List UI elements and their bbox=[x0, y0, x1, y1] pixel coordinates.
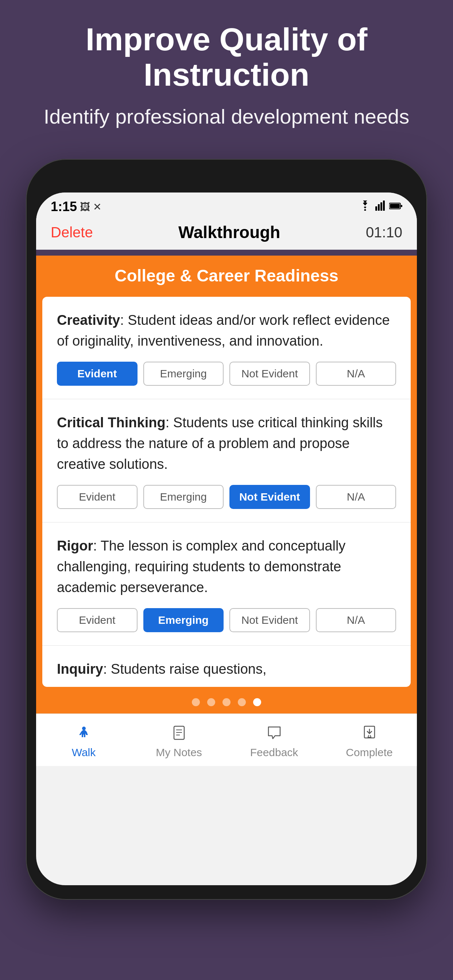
rigor-rating-buttons: Evident Emerging Not Evident N/A bbox=[57, 608, 396, 632]
svg-rect-1 bbox=[375, 206, 377, 211]
signal-icon bbox=[375, 200, 386, 213]
card-inquiry: Inquiry: Students raise questions, bbox=[42, 646, 411, 687]
pagination-dots bbox=[36, 688, 417, 713]
svg-rect-4 bbox=[383, 200, 385, 211]
dot-4 bbox=[238, 698, 246, 706]
svg-point-8 bbox=[82, 727, 86, 730]
critical-thinking-btn-emerging[interactable]: Emerging bbox=[144, 485, 224, 509]
rigor-btn-na[interactable]: N/A bbox=[316, 608, 396, 632]
status-time: 1:15 bbox=[51, 199, 77, 215]
card-critical-thinking-label: Critical Thinking bbox=[57, 415, 166, 430]
creativity-btn-na[interactable]: N/A bbox=[316, 362, 396, 386]
card-creativity-text: Creativity: Student ideas and/or work re… bbox=[57, 310, 396, 352]
creativity-btn-not-evident[interactable]: Not Evident bbox=[230, 362, 310, 386]
svg-rect-6 bbox=[390, 204, 400, 208]
card-critical-thinking: Critical Thinking: Students use critical… bbox=[42, 399, 411, 522]
rigor-btn-evident[interactable]: Evident bbox=[57, 608, 137, 632]
svg-rect-2 bbox=[378, 204, 380, 211]
feedback-icon bbox=[266, 725, 282, 743]
tab-feedback[interactable]: Feedback bbox=[226, 721, 322, 762]
battery-icon bbox=[389, 201, 402, 213]
status-left: 1:15 🖼 ✕ bbox=[51, 199, 101, 215]
nav-bar: Delete Walkthrough 01:10 bbox=[36, 218, 417, 250]
phone-notch bbox=[190, 169, 263, 182]
card-inquiry-text: Inquiry: Students raise questions, bbox=[57, 659, 396, 679]
svg-point-0 bbox=[364, 209, 366, 211]
card-inquiry-label: Inquiry bbox=[57, 661, 103, 677]
status-bar: 1:15 🖼 ✕ bbox=[36, 192, 417, 218]
svg-rect-7 bbox=[401, 205, 402, 207]
creativity-rating-buttons: Evident Emerging Not Evident N/A bbox=[57, 362, 396, 386]
card-rigor-text: Rigor: The lesson is complex and concept… bbox=[57, 536, 396, 598]
tab-complete[interactable]: Complete bbox=[322, 721, 417, 762]
tab-feedback-label: Feedback bbox=[250, 746, 298, 759]
phone-screen: 1:15 🖼 ✕ Delete Walkthrough 01:10 bbox=[36, 192, 417, 885]
critical-thinking-rating-buttons: Evident Emerging Not Evident N/A bbox=[57, 485, 396, 509]
tab-complete-label: Complete bbox=[346, 746, 392, 759]
header-title: Improve Quality of Instruction bbox=[29, 22, 424, 92]
header-subtitle: Identify professional development needs bbox=[29, 103, 424, 130]
phone-notch-bar bbox=[36, 169, 417, 191]
svg-rect-3 bbox=[380, 202, 382, 211]
cards-container: Creativity: Student ideas and/or work re… bbox=[41, 296, 412, 688]
my-notes-icon bbox=[171, 725, 187, 743]
nav-timer: 01:10 bbox=[366, 224, 402, 240]
critical-thinking-btn-not-evident[interactable]: Not Evident bbox=[230, 485, 310, 509]
phone-frame: 1:15 🖼 ✕ Delete Walkthrough 01:10 bbox=[26, 159, 427, 900]
nav-title: Walkthrough bbox=[179, 223, 280, 242]
dot-3 bbox=[222, 698, 231, 706]
header-section: Improve Quality of Instruction Identify … bbox=[0, 0, 453, 148]
dot-1 bbox=[192, 698, 200, 706]
creativity-btn-evident[interactable]: Evident bbox=[57, 362, 137, 386]
status-right bbox=[359, 200, 402, 213]
card-rigor-label: Rigor bbox=[57, 538, 93, 554]
walk-icon bbox=[76, 725, 92, 743]
section-header: College & Career Readiness bbox=[36, 256, 417, 296]
content-area: College & Career Readiness Creativity: S… bbox=[36, 256, 417, 713]
tab-walk-label: Walk bbox=[72, 746, 96, 759]
image-icon: 🖼 bbox=[80, 201, 90, 213]
critical-thinking-btn-na[interactable]: N/A bbox=[316, 485, 396, 509]
card-critical-thinking-text: Critical Thinking: Students use critical… bbox=[57, 412, 396, 475]
card-rigor: Rigor: The lesson is complex and concept… bbox=[42, 522, 411, 646]
dot-2 bbox=[207, 698, 215, 706]
tab-walk[interactable]: Walk bbox=[36, 721, 131, 762]
section-title: College & Career Readiness bbox=[51, 266, 402, 285]
dot-5-active bbox=[253, 698, 261, 706]
complete-icon bbox=[362, 725, 378, 743]
tab-bar: Walk My Notes bbox=[36, 713, 417, 766]
rigor-btn-not-evident[interactable]: Not Evident bbox=[230, 608, 310, 632]
x-icon: ✕ bbox=[93, 201, 101, 213]
tab-my-notes[interactable]: My Notes bbox=[131, 721, 226, 762]
tab-my-notes-label: My Notes bbox=[156, 746, 202, 759]
delete-button[interactable]: Delete bbox=[51, 224, 93, 240]
critical-thinking-btn-evident[interactable]: Evident bbox=[57, 485, 137, 509]
creativity-btn-emerging[interactable]: Emerging bbox=[144, 362, 224, 386]
accent-bar bbox=[36, 250, 417, 256]
wifi-icon bbox=[359, 200, 372, 213]
rigor-btn-emerging[interactable]: Emerging bbox=[144, 608, 224, 632]
card-creativity-label: Creativity bbox=[57, 312, 120, 328]
card-creativity: Creativity: Student ideas and/or work re… bbox=[42, 297, 411, 399]
